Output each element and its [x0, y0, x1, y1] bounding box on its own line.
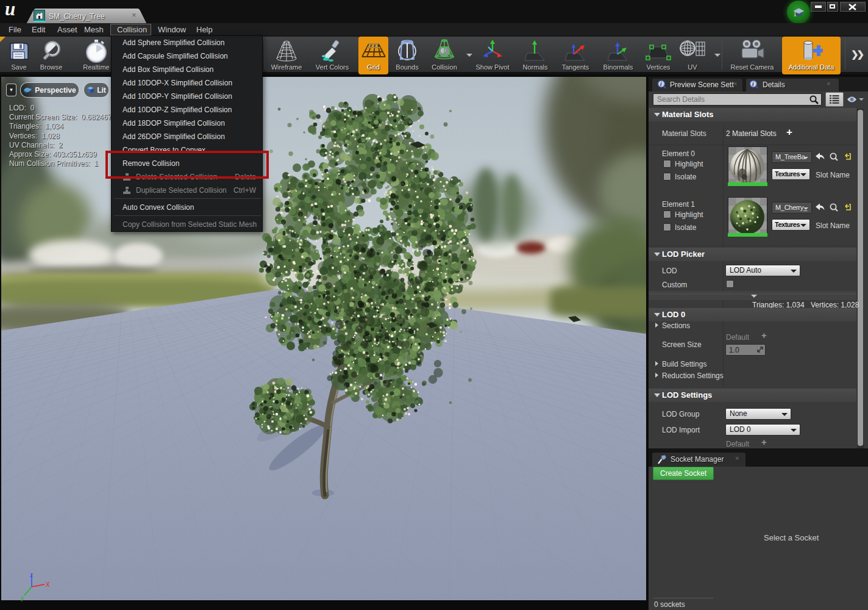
svg-text:y: y: [21, 595, 24, 601]
svg-text:z: z: [30, 572, 33, 578]
svg-text:X: X: [46, 581, 50, 588]
